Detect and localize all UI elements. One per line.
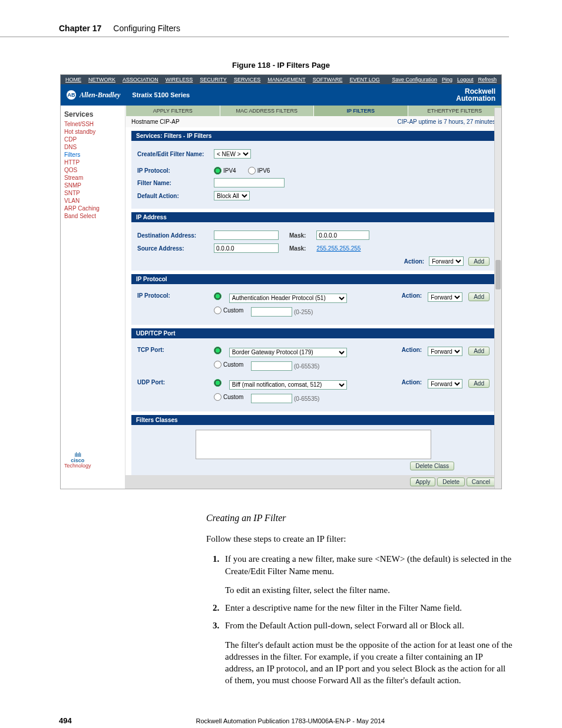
sidebar-item-bandselect[interactable]: Band Select — [64, 213, 121, 219]
step-3-note: The filter's default action must be the … — [225, 639, 513, 687]
radio-tcp-preset[interactable] — [214, 347, 222, 354]
nav-network[interactable]: NETWORK — [88, 77, 115, 83]
tab-apply-filters[interactable]: APPLY FILTERS — [125, 106, 220, 116]
link-save-config[interactable]: Save Configuration — [392, 77, 437, 83]
screenshot-ip-filters-page: HOME NETWORK ASSOCIATION WIRELESS SECURI… — [60, 74, 502, 489]
udp-port-select[interactable]: Biff (mail notification, comsat, 512) — [229, 380, 347, 390]
intro-paragraph: Follow these steps to create an IP filte… — [206, 533, 513, 545]
udp-action-select[interactable]: Forward — [428, 379, 462, 388]
sidebar-heading: Services — [64, 110, 121, 118]
radio-ipv4[interactable] — [214, 167, 222, 174]
hostname-label: Hostname CIP-AP — [131, 118, 180, 125]
proto-range-hint: (0-255) — [294, 309, 313, 315]
sidebar-item-telnet[interactable]: Telnet/SSH — [64, 121, 121, 127]
proto-custom-input[interactable] — [251, 307, 292, 317]
delete-button[interactable]: Delete — [437, 477, 465, 486]
tcp-add-button[interactable]: Add — [468, 347, 490, 355]
nav-home[interactable]: HOME — [65, 77, 81, 83]
chapter-title: Configuring Filters — [113, 24, 180, 33]
main-panel: APPLY FILTERS MAC ADDRESS FILTERS IP FIL… — [125, 106, 501, 489]
page-footer: 494 Rockwell Automation Publication 1783… — [59, 716, 509, 725]
ipaddr-action-select[interactable]: Forward — [429, 256, 464, 266]
sidebar-item-arp[interactable]: ARP Caching — [64, 205, 121, 212]
filter-tabs: APPLY FILTERS MAC ADDRESS FILTERS IP FIL… — [125, 106, 501, 116]
sidebar-item-http[interactable]: HTTP — [64, 159, 121, 166]
src-mask-value[interactable]: 255.255.255.255 — [316, 245, 361, 252]
dest-addr-label: Destination Address: — [137, 232, 208, 239]
tab-ethertype-filters[interactable]: ETHERTYPE FILTERS — [408, 106, 502, 116]
sidebar-item-filters[interactable]: Filters — [64, 151, 121, 158]
filter-name-label: Filter Name: — [137, 180, 208, 186]
nav-management[interactable]: MANAGEMENT — [267, 77, 306, 83]
dest-addr-input[interactable] — [214, 230, 279, 240]
step-1: If you are creating a new filter, make s… — [222, 553, 513, 596]
nav-eventlog[interactable]: EVENT LOG — [349, 77, 379, 83]
apply-button[interactable]: Apply — [410, 477, 435, 486]
radio-proto-custom[interactable] — [214, 307, 222, 314]
figure-caption: Figure 118 - IP Filters Page — [0, 61, 562, 70]
sidebar-item-snmp[interactable]: SNMP — [64, 182, 121, 189]
default-action-select[interactable]: Block All — [214, 191, 250, 200]
udp-range-hint: (0-65535) — [294, 396, 319, 402]
ipaddr-add-button[interactable]: Add — [468, 257, 490, 266]
sidebar-item-dns[interactable]: DNS — [64, 144, 121, 150]
radio-tcp-custom[interactable] — [214, 361, 222, 368]
radio-udp-custom[interactable] — [214, 393, 222, 401]
ipaddr-action-label: Action: — [404, 258, 424, 265]
udp-add-button[interactable]: Add — [468, 379, 490, 388]
radio-udp-preset[interactable] — [214, 379, 222, 387]
instructional-body: Creating an IP Filter Follow these steps… — [206, 513, 513, 687]
classes-listbox[interactable] — [196, 430, 431, 459]
proto-action-label: Action: — [402, 292, 422, 299]
udp-action-label: Action: — [402, 379, 422, 386]
nav-wireless[interactable]: WIRELESS — [166, 77, 193, 83]
nav-services[interactable]: SERVICES — [234, 77, 260, 83]
ipproto-select[interactable]: Authentication Header Protocol (51) — [229, 294, 347, 303]
section-ip-address: IP Address — [131, 212, 495, 222]
radio-proto-preset[interactable] — [214, 292, 222, 300]
nav-security[interactable]: SECURITY — [200, 77, 227, 83]
sidebar-item-hotstandby[interactable]: Hot standby — [64, 129, 121, 135]
ip-protocol-label: IP Protocol: — [137, 167, 208, 174]
steps-list: If you are creating a new filter, make s… — [206, 553, 513, 686]
create-edit-select[interactable]: < NEW > — [214, 149, 251, 159]
cancel-button[interactable]: Cancel — [467, 477, 495, 486]
tcp-port-label: TCP Port: — [137, 347, 208, 353]
ipproto-label2: IP Protocol: — [137, 292, 208, 299]
link-logout[interactable]: Logout — [457, 77, 474, 83]
udp-custom-input[interactable] — [251, 394, 292, 403]
sidebar-item-qos[interactable]: QOS — [64, 167, 121, 173]
tcp-custom-input[interactable] — [251, 361, 292, 371]
nav-association[interactable]: ASSOCIATION — [123, 77, 158, 83]
link-refresh[interactable]: Refresh — [478, 77, 497, 83]
page-running-header: Chapter 17 Configuring Filters — [0, 24, 509, 37]
delete-class-button[interactable]: Delete Class — [410, 462, 454, 470]
src-addr-label: Source Address: — [137, 245, 208, 252]
default-action-label: Default Action: — [137, 193, 208, 199]
sidebar-item-sntp[interactable]: SNTP — [64, 190, 121, 196]
tab-ip-filters[interactable]: IP FILTERS — [313, 106, 408, 116]
dest-mask-input[interactable] — [316, 230, 369, 240]
sidebar-item-cdp[interactable]: CDP — [64, 136, 121, 143]
filter-name-input[interactable] — [214, 178, 285, 187]
tcp-action-select[interactable]: Forward — [428, 347, 462, 356]
proto-action-select[interactable]: Forward — [428, 292, 462, 302]
rockwell-automation-logo: Rockwell Automation — [456, 88, 495, 102]
step-3: From the Default Action pull-down, selec… — [222, 620, 513, 686]
sidebar-item-stream[interactable]: Stream — [64, 174, 121, 181]
section-services-filters: Services: Filters - IP Filters — [131, 131, 495, 141]
services-sidebar: Services Telnet/SSH Hot standby CDP DNS … — [61, 106, 125, 489]
proto-add-button[interactable]: Add — [468, 292, 490, 301]
tcp-port-select[interactable]: Border Gateway Protocol (179) — [229, 348, 347, 357]
nav-software[interactable]: SOFTWARE — [313, 77, 343, 83]
tab-mac-filters[interactable]: MAC ADDRESS FILTERS — [220, 106, 314, 116]
src-addr-input[interactable] — [214, 243, 279, 253]
tcp-range-hint: (0-65535) — [294, 363, 319, 370]
udp-port-label: UDP Port: — [137, 379, 208, 386]
link-ping[interactable]: Ping — [442, 77, 452, 83]
publication-id: Rockwell Automation Publication 1783-UM0… — [196, 717, 385, 724]
sidebar-item-vlan[interactable]: VLAN — [64, 197, 121, 204]
ab-logo-icon: AB — [67, 90, 76, 100]
scrollbar[interactable] — [494, 108, 501, 489]
radio-ipv6[interactable] — [248, 167, 256, 174]
